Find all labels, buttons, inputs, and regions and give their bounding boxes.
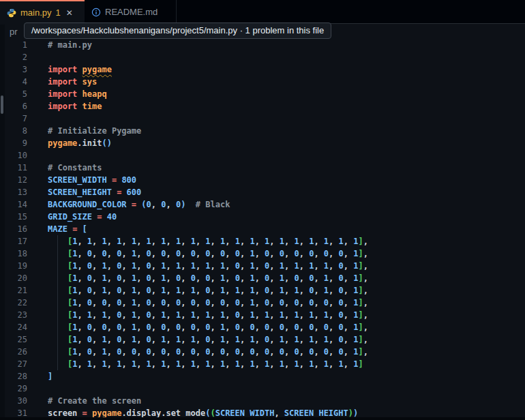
code-line-content: [1, 0, 0, 0, 1, 0, 0, 0, 0, 0, 0, 0, 1, … [31,297,525,309]
code-line-content [31,149,525,162]
code-line-content [31,112,525,125]
bottom-edge [0,417,525,420]
code-line-content [31,51,525,63]
code-line[interactable]: 11# Constants [0,162,525,174]
code-line[interactable]: 16MAZE = [ [0,223,525,235]
info-icon [91,7,101,17]
code-line-content: # Initialize Pygame [31,125,525,137]
code-line-content: [1, 0, 1, 0, 0, 0, 0, 0, 0, 0, 0, 0, 0, … [31,346,525,358]
close-icon[interactable]: ✕ [66,8,73,18]
code-line[interactable]: 2 [0,51,525,63]
code-line-content: SCREEN_WIDTH = 800 [31,174,525,186]
code-line[interactable]: 17 [1, 1, 1, 1, 1, 1, 1, 1, 1, 1, 1, 1, … [0,235,525,247]
code-line-content: ] [31,370,525,382]
tab-readme-md-label: README.md [105,7,158,17]
code-line[interactable]: 18 [1, 0, 0, 0, 1, 0, 0, 0, 0, 0, 0, 0, … [0,247,525,260]
python-icon [7,8,16,18]
code-line[interactable]: 14BACKGROUND_COLOR = (0, 0, 0) # Black [0,198,525,211]
code-line-content: import pygame [31,63,525,76]
code-line-content: [1, 0, 0, 0, 1, 0, 0, 0, 0, 0, 0, 0, 1, … [31,247,525,260]
code-line[interactable]: 12SCREEN_WIDTH = 800 [0,174,525,186]
code-line-content: BACKGROUND_COLOR = (0, 0, 0) # Black [31,198,525,211]
tab-main-py-label: main.py [20,7,52,18]
code-line-content: [1, 1, 1, 0, 1, 0, 1, 1, 1, 1, 1, 0, 1, … [31,309,525,321]
code-line[interactable]: 25 [1, 0, 1, 0, 1, 0, 1, 1, 1, 0, 1, 1, … [0,333,525,346]
code-line-content: [1, 1, 1, 1, 1, 1, 1, 1, 1, 1, 1, 1, 1, … [31,358,525,370]
code-line[interactable]: 5import heapq [0,88,525,100]
code-editor[interactable]: 1# main.py23import pygame4import sys5imp… [0,39,525,419]
code-line-content: [1, 0, 1, 0, 1, 0, 1, 1, 1, 1, 1, 0, 1, … [31,260,525,272]
code-line-content: # Constants [31,162,525,174]
code-line-content: [1, 1, 1, 1, 1, 1, 1, 1, 1, 1, 1, 1, 1, … [31,235,525,247]
code-line[interactable]: 24 [1, 0, 0, 0, 1, 0, 0, 0, 0, 0, 1, 0, … [0,321,525,333]
code-line[interactable]: 1# main.py [0,39,525,51]
code-line[interactable]: 7 [0,112,525,125]
code-line-content: [1, 0, 1, 0, 1, 0, 1, 1, 1, 0, 1, 1, 1, … [31,333,525,346]
code-line-content: import heapq [31,88,525,100]
code-line-content: MAZE = [ [31,223,525,235]
code-line-content: GRID_SIZE = 40 [31,211,525,223]
code-line-content: import time [31,100,525,112]
code-line-content: [1, 0, 1, 0, 1, 0, 1, 0, 0, 0, 1, 0, 1, … [31,272,525,284]
code-line[interactable]: 23 [1, 1, 1, 0, 1, 0, 1, 1, 1, 1, 1, 0, … [0,309,525,321]
code-line[interactable]: 30# Create the screen [0,395,525,407]
code-line[interactable]: 10 [0,149,525,162]
code-line[interactable]: 27 [1, 1, 1, 1, 1, 1, 1, 1, 1, 1, 1, 1, … [0,358,525,370]
tab-main-py[interactable]: main.py 1 ✕ [0,0,85,24]
code-line[interactable]: 21 [1, 0, 1, 0, 1, 0, 1, 1, 1, 0, 1, 1, … [0,284,525,297]
code-line[interactable]: 13SCREEN_HEIGHT = 600 [0,186,525,198]
tab-problem-count: 1 [56,7,61,18]
breadcrumb[interactable]: pr [10,27,18,39]
code-line-content: import sys [31,76,525,88]
code-line[interactable]: 22 [1, 0, 0, 0, 1, 0, 0, 0, 0, 0, 0, 0, … [0,297,525,309]
code-line-content [31,382,525,395]
tab-readme-md[interactable]: README.md [85,0,177,24]
code-line[interactable]: 29 [0,382,525,395]
left-scrollbar-thumb[interactable] [1,95,3,114]
code-line[interactable]: 15GRID_SIZE = 40 [0,211,525,223]
code-line[interactable]: 3import pygame [0,63,525,76]
file-path-tooltip: /workspaces/Hackclubshenanigans/project5… [24,22,331,39]
code-line[interactable]: 4import sys [0,76,525,88]
code-line[interactable]: 20 [1, 0, 1, 0, 1, 0, 1, 0, 0, 0, 1, 0, … [0,272,525,284]
code-line-content: [1, 0, 1, 0, 1, 0, 1, 1, 1, 0, 1, 1, 1, … [31,284,525,297]
code-line-content: pygame.init() [31,137,525,149]
code-line-content: [1, 0, 0, 0, 1, 0, 0, 0, 0, 0, 1, 0, 0, … [31,321,525,333]
code-line[interactable]: 26 [1, 0, 1, 0, 0, 0, 0, 0, 0, 0, 0, 0, … [0,346,525,358]
left-scrollbar[interactable] [0,25,5,420]
code-line[interactable]: 6import time [0,100,525,112]
code-line-content: # Create the screen [31,395,525,407]
code-line[interactable]: 19 [1, 0, 1, 0, 1, 0, 1, 1, 1, 1, 1, 0, … [0,260,525,272]
tab-bar: main.py 1 ✕ README.md [0,0,525,24]
code-line[interactable]: 9pygame.init() [0,137,525,149]
code-line-content: # main.py [31,39,525,51]
code-line-content: SCREEN_HEIGHT = 600 [31,186,525,198]
code-line[interactable]: 28] [0,370,525,382]
code-line[interactable]: 8# Initialize Pygame [0,125,525,137]
